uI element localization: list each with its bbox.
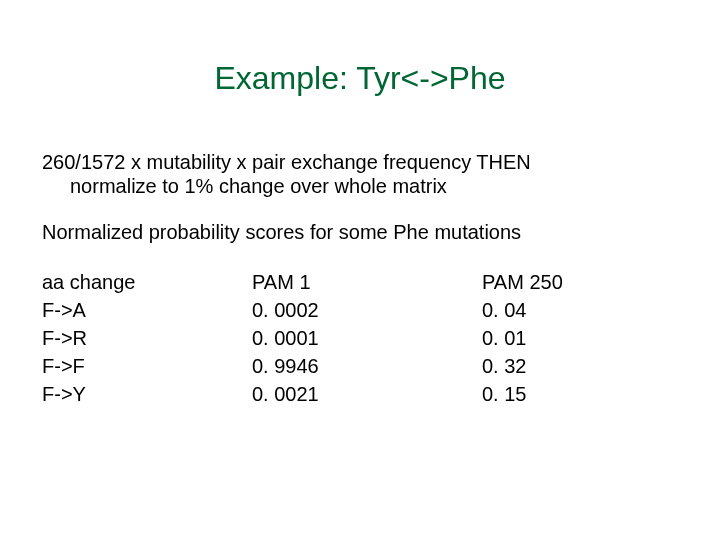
slide: Example: Tyr<->Phe 260/1572 x mutability… <box>0 0 720 540</box>
table-cell: F->Y <box>42 382 252 406</box>
table-cell: 0. 0002 <box>252 298 482 322</box>
table-header-pam1: PAM 1 <box>252 270 482 294</box>
slide-title: Example: Tyr<->Phe <box>0 60 720 97</box>
paragraph-scores-heading: Normalized probability scores for some P… <box>42 220 678 244</box>
para1-line1: 260/1572 x mutability x pair exchange fr… <box>42 151 531 173</box>
para1-line2: normalize to 1% change over whole matrix <box>42 174 678 198</box>
table-cell: F->A <box>42 298 252 322</box>
table-cell: 0. 01 <box>482 326 678 350</box>
slide-body: 260/1572 x mutability x pair exchange fr… <box>42 150 678 406</box>
table-cell: F->R <box>42 326 252 350</box>
table-cell: 0. 32 <box>482 354 678 378</box>
table-cell: 0. 0021 <box>252 382 482 406</box>
table-cell: 0. 9946 <box>252 354 482 378</box>
paragraph-formula: 260/1572 x mutability x pair exchange fr… <box>42 150 678 198</box>
table-header-aa-change: aa change <box>42 270 252 294</box>
mutation-table: aa change PAM 1 PAM 250 F->A 0. 0002 0. … <box>42 270 678 406</box>
table-cell: F->F <box>42 354 252 378</box>
table-header-pam250: PAM 250 <box>482 270 678 294</box>
table-cell: 0. 15 <box>482 382 678 406</box>
table-cell: 0. 0001 <box>252 326 482 350</box>
table-cell: 0. 04 <box>482 298 678 322</box>
